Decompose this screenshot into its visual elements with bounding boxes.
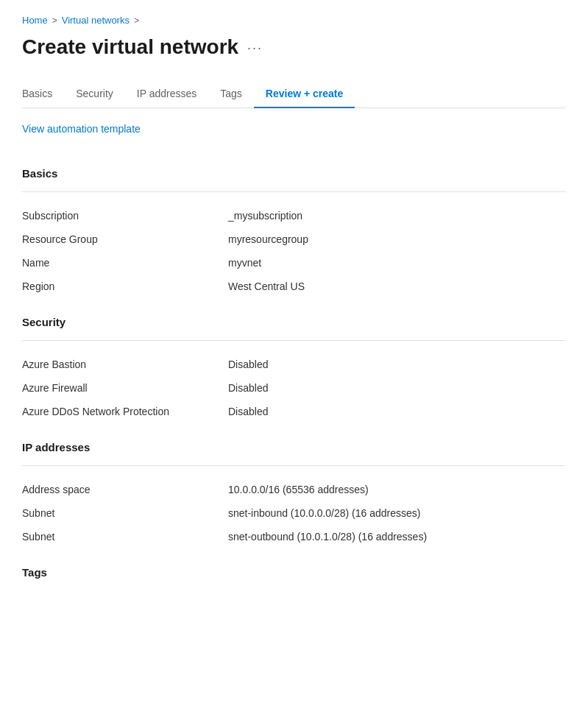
field-label-subnet-inbound: Subnet <box>22 507 228 519</box>
breadcrumb: Home > Virtual networks > <box>22 15 566 26</box>
field-value-subnet-inbound: snet-inbound (10.0.0.0/28) (16 addresses… <box>228 507 421 519</box>
field-value-subscription: _mysubscription <box>228 210 302 222</box>
ip-addresses-divider <box>22 465 566 466</box>
field-label-resource-group: Resource Group <box>22 233 228 245</box>
field-value-azure-ddos: Disabled <box>228 406 268 417</box>
field-resource-group: Resource Group myresourcegroup <box>22 227 566 251</box>
section-ip-addresses: IP addresses Address space 10.0.0.0/16 (… <box>22 441 566 548</box>
field-label-azure-ddos: Azure DDoS Network Protection <box>22 406 228 417</box>
page-container: Home > Virtual networks > Create virtual… <box>0 0 588 626</box>
security-section-title: Security <box>22 316 566 328</box>
field-azure-ddos: Azure DDoS Network Protection Disabled <box>22 400 566 423</box>
breadcrumb-home[interactable]: Home <box>22 15 48 26</box>
field-azure-firewall: Azure Firewall Disabled <box>22 376 566 400</box>
automation-template-link[interactable]: View automation template <box>22 123 141 135</box>
field-label-region: Region <box>22 280 228 292</box>
tabs-container: Basics Security IP addresses Tags Review… <box>22 80 566 108</box>
tab-tags[interactable]: Tags <box>208 80 254 108</box>
field-label-azure-firewall: Azure Firewall <box>22 382 228 394</box>
field-subscription: Subscription _mysubscription <box>22 204 566 227</box>
field-value-name: myvnet <box>228 257 261 269</box>
breadcrumb-separator-2: > <box>134 15 139 26</box>
section-basics: Basics Subscription _mysubscription Reso… <box>22 167 566 298</box>
section-tags: Tags <box>22 566 566 579</box>
tab-ip-addresses[interactable]: IP addresses <box>125 80 208 108</box>
tab-review-create[interactable]: Review + create <box>254 80 355 108</box>
ip-addresses-section-title: IP addresses <box>22 441 566 453</box>
field-label-azure-bastion: Azure Bastion <box>22 358 228 370</box>
field-label-subscription: Subscription <box>22 210 228 222</box>
field-label-address-space: Address space <box>22 484 228 495</box>
basics-section-title: Basics <box>22 167 566 180</box>
field-address-space: Address space 10.0.0.0/16 (65536 address… <box>22 478 566 501</box>
security-divider <box>22 340 566 341</box>
field-label-subnet-outbound: Subnet <box>22 531 228 543</box>
field-name: Name myvnet <box>22 251 566 275</box>
field-label-name: Name <box>22 257 228 269</box>
tab-security[interactable]: Security <box>64 80 125 108</box>
field-value-azure-bastion: Disabled <box>228 358 268 370</box>
basics-divider <box>22 191 566 192</box>
field-azure-bastion: Azure Bastion Disabled <box>22 353 566 376</box>
page-title-row: Create virtual network ··· <box>22 35 566 60</box>
field-subnet-inbound: Subnet snet-inbound (10.0.0.0/28) (16 ad… <box>22 501 566 525</box>
more-options-button[interactable]: ··· <box>247 40 263 56</box>
field-value-region: West Central US <box>228 280 305 292</box>
page-title: Create virtual network <box>22 35 238 60</box>
field-value-azure-firewall: Disabled <box>228 382 268 394</box>
field-region: Region West Central US <box>22 275 566 298</box>
tab-basics[interactable]: Basics <box>22 80 64 108</box>
breadcrumb-virtual-networks[interactable]: Virtual networks <box>62 15 130 26</box>
field-value-resource-group: myresourcegroup <box>228 233 308 245</box>
section-security: Security Azure Bastion Disabled Azure Fi… <box>22 316 566 423</box>
field-value-subnet-outbound: snet-outbound (10.0.1.0/28) (16 addresse… <box>228 531 427 543</box>
breadcrumb-separator-1: > <box>52 15 57 26</box>
field-subnet-outbound: Subnet snet-outbound (10.0.1.0/28) (16 a… <box>22 525 566 548</box>
tags-section-title: Tags <box>22 566 566 579</box>
field-value-address-space: 10.0.0.0/16 (65536 addresses) <box>228 484 369 495</box>
